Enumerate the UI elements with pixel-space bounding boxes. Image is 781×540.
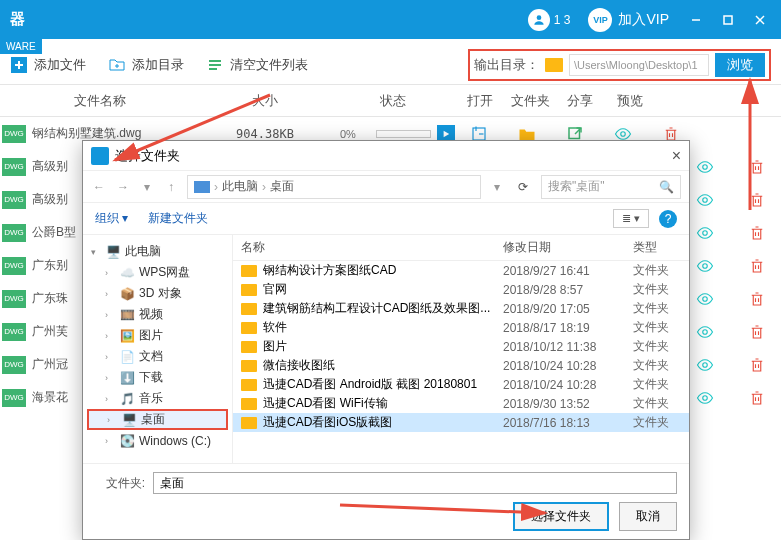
svg-rect-2: [724, 16, 732, 24]
dialog-body: ▾🖥️此电脑›☁️WPS网盘›📦3D 对象›🎞️视频›🖼️图片›📄文档›⬇️下载…: [83, 235, 689, 463]
list-col-date[interactable]: 修改日期: [503, 239, 633, 256]
col-folder: 文件夹: [505, 92, 555, 110]
nav-up-icon[interactable]: ↑: [163, 179, 179, 195]
caret-icon: ›: [105, 268, 115, 278]
tree-item-3d[interactable]: ›📦3D 对象: [87, 283, 228, 304]
item-name: 建筑钢筋结构工程设计CAD图纸及效果图...: [263, 300, 503, 317]
add-dir-button[interactable]: 添加目录: [108, 56, 184, 74]
list-item[interactable]: 建筑钢筋结构工程设计CAD图纸及效果图...2018/9/20 17:05文件夹: [233, 299, 689, 318]
tree-item-image[interactable]: ›🖼️图片: [87, 325, 228, 346]
pc-icon: 🖥️: [105, 245, 121, 259]
user-area[interactable]: 1 3: [522, 7, 581, 33]
delete-button[interactable]: [733, 191, 781, 209]
item-type: 文件夹: [633, 395, 689, 412]
user-name: 1 3: [550, 13, 575, 27]
nav-back-icon[interactable]: ←: [91, 179, 107, 195]
view-mode-button[interactable]: ≣ ▾: [613, 209, 649, 228]
item-name: 微信接收图纸: [263, 357, 503, 374]
svg-point-26: [703, 395, 708, 400]
delete-button[interactable]: [733, 158, 781, 176]
select-folder-button[interactable]: 选择文件夹: [513, 502, 609, 531]
breadcrumb-pc[interactable]: 此电脑: [222, 178, 258, 195]
output-path[interactable]: \Users\Mloong\Desktop\1: [569, 54, 709, 76]
nav-forward-icon[interactable]: →: [115, 179, 131, 195]
cancel-button[interactable]: 取消: [619, 502, 677, 531]
tree-item-desktop[interactable]: ›🖥️桌面: [87, 409, 228, 430]
tree-item-music[interactable]: ›🎵音乐: [87, 388, 228, 409]
tree-label: 此电脑: [125, 243, 161, 260]
svg-point-22: [703, 263, 708, 268]
minimize-button[interactable]: [681, 6, 711, 34]
breadcrumb-desktop[interactable]: 桌面: [270, 178, 294, 195]
tree-item-wps[interactable]: ›☁️WPS网盘: [87, 262, 228, 283]
tree-item-pc[interactable]: ▾🖥️此电脑: [87, 241, 228, 262]
vip-badge[interactable]: VIP: [588, 8, 612, 32]
list-item[interactable]: 软件2018/8/17 18:19文件夹: [233, 318, 689, 337]
breadcrumb[interactable]: › 此电脑 › 桌面: [187, 175, 481, 199]
delete-button[interactable]: [733, 224, 781, 242]
add-dir-label: 添加目录: [132, 56, 184, 74]
svg-point-23: [703, 296, 708, 301]
add-file-button[interactable]: 添加文件: [10, 56, 86, 74]
list-item[interactable]: 微信接收图纸2018/10/24 10:28文件夹: [233, 356, 689, 375]
folder-icon: [241, 398, 257, 410]
caret-icon: ›: [105, 394, 115, 404]
search-input[interactable]: 搜索"桌面" 🔍: [541, 175, 681, 199]
avatar-icon: [528, 9, 550, 31]
tree-item-disk[interactable]: ›💽Windows (C:): [87, 430, 228, 451]
browse-button[interactable]: 浏览: [715, 53, 765, 77]
list-item[interactable]: 官网2018/9/28 8:57文件夹: [233, 280, 689, 299]
svg-point-19: [703, 164, 708, 169]
tree-label: 图片: [139, 327, 163, 344]
delete-button[interactable]: [733, 290, 781, 308]
list-item[interactable]: 迅捷CAD看图 WiFi传输2018/9/30 13:52文件夹: [233, 394, 689, 413]
table-header: 文件名称 大小 状态 打开 文件夹 分享 预览: [0, 85, 781, 117]
disk-icon: 💽: [119, 434, 135, 448]
folder-input[interactable]: [153, 472, 677, 494]
file-name: 广东别: [32, 257, 68, 274]
delete-button[interactable]: [733, 257, 781, 275]
caret-icon: ▾: [91, 247, 101, 257]
list-col-type[interactable]: 类型: [633, 239, 689, 256]
help-icon[interactable]: ?: [659, 210, 677, 228]
file-size: 904.38KB: [200, 127, 330, 141]
list-item[interactable]: 迅捷CAD看图 Android版 截图 201808012018/10/24 1…: [233, 375, 689, 394]
chevron-right-icon: ›: [214, 180, 218, 194]
breadcrumb-dropdown-icon[interactable]: ▾: [489, 179, 505, 195]
tree-item-video[interactable]: ›🎞️视频: [87, 304, 228, 325]
nav-dropdown-icon[interactable]: ▾: [139, 179, 155, 195]
col-status: 状态: [330, 92, 455, 110]
clear-list-button[interactable]: 清空文件列表: [206, 56, 308, 74]
delete-button[interactable]: [733, 323, 781, 341]
close-button[interactable]: [745, 6, 775, 34]
list-item[interactable]: 图片2018/10/12 11:38文件夹: [233, 337, 689, 356]
titlebar: 器 1 3 VIP 加入VIP: [0, 0, 781, 39]
maximize-button[interactable]: [713, 6, 743, 34]
dwg-badge: DWG: [2, 158, 26, 176]
list-col-name[interactable]: 名称: [233, 239, 503, 256]
svg-rect-16: [569, 128, 580, 139]
folder-icon: [241, 417, 257, 429]
organize-button[interactable]: 组织 ▾: [95, 210, 128, 227]
item-date: 2018/10/24 10:28: [503, 359, 633, 373]
tree-item-download[interactable]: ›⬇️下载: [87, 367, 228, 388]
item-type: 文件夹: [633, 414, 689, 431]
dwg-badge: DWG: [2, 389, 26, 407]
list-item[interactable]: 钢结构设计方案图纸CAD2018/9/27 16:41文件夹: [233, 261, 689, 280]
col-preview: 预览: [605, 92, 655, 110]
new-folder-button[interactable]: 新建文件夹: [148, 210, 208, 227]
file-name: 海景花: [32, 389, 68, 406]
vip-link[interactable]: 加入VIP: [618, 11, 669, 29]
dwg-badge: DWG: [2, 356, 26, 374]
delete-button[interactable]: [733, 389, 781, 407]
caret-icon: ›: [105, 373, 115, 383]
dialog-close-icon[interactable]: ×: [672, 147, 681, 165]
refresh-icon[interactable]: ⟳: [513, 180, 533, 194]
delete-button[interactable]: [733, 356, 781, 374]
svg-point-20: [703, 197, 708, 202]
tree-item-doc[interactable]: ›📄文档: [87, 346, 228, 367]
list-item[interactable]: 迅捷CAD看图iOS版截图2018/7/16 18:13文件夹: [233, 413, 689, 432]
search-icon: 🔍: [659, 180, 674, 194]
titlebar-right: 1 3 VIP 加入VIP: [522, 6, 775, 34]
music-icon: 🎵: [119, 392, 135, 406]
